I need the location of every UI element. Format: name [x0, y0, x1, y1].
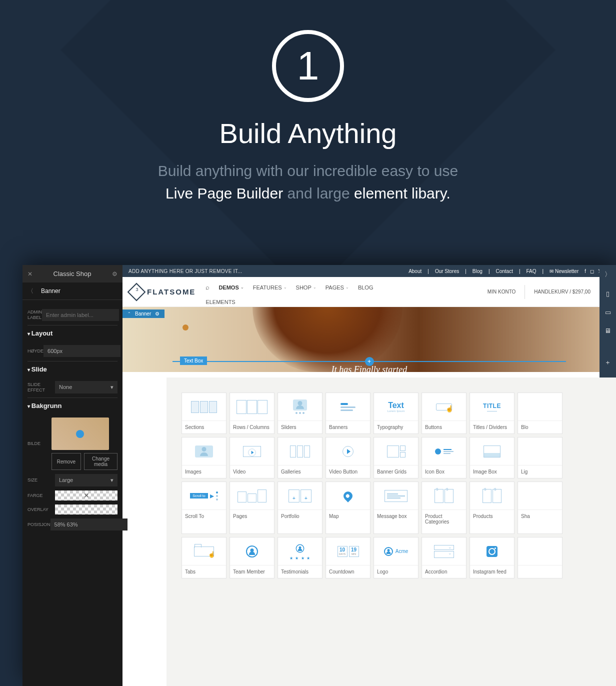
account-link[interactable]: MIN KONTO — [488, 289, 516, 294]
size-select[interactable]: Large▾ — [55, 474, 118, 486]
element-blockquote[interactable]: Blo — [518, 392, 562, 434]
element-banner-grids[interactable]: Banner Grids — [374, 437, 418, 478]
slide-effect-select[interactable]: None▾ — [55, 381, 118, 394]
element-portfolio[interactable]: Portfolio — [278, 482, 322, 534]
posisjon-input[interactable] — [50, 518, 128, 530]
element-share[interactable]: Sha — [518, 482, 562, 534]
admin-label-input[interactable] — [42, 309, 119, 321]
map-pin-icon — [342, 490, 354, 502]
hand-pointer-icon: ☝ — [446, 405, 454, 412]
topbar-link[interactable]: About — [408, 268, 422, 274]
nav-pages[interactable]: PAGES⌄ — [326, 284, 349, 290]
nav-blog[interactable]: BLOG — [358, 284, 374, 290]
decor-nail — [182, 324, 188, 330]
element-icon-box[interactable]: Icon Box — [422, 437, 466, 478]
search-icon[interactable]: ⌕ — [206, 284, 210, 291]
element-message-box[interactable]: Message box — [374, 482, 418, 534]
newsletter-link[interactable]: ✉ Newsletter — [550, 268, 578, 274]
overlay-swatch[interactable] — [55, 504, 118, 514]
textbox-tag[interactable]: Text Box — [180, 356, 207, 365]
change-media-button[interactable]: Change media — [84, 453, 118, 470]
gear-icon[interactable]: ⚙ — [112, 270, 118, 278]
main-nav: ⌕ DEMOS⌄ FEATURES⌄ SHOP⌄ PAGES⌄ BLOG ELE… — [206, 278, 487, 305]
element-products[interactable]: Products — [470, 482, 514, 534]
farge-label: FARGE — [28, 493, 55, 498]
builder-window: ✕ Classic Shop ⚙ 〈 Banner ADMIN LABEL La… — [22, 265, 616, 686]
breadcrumb[interactable]: 〈 Banner — [22, 282, 122, 300]
farge-swatch[interactable] — [55, 490, 118, 500]
slide-effect-label: SLIDE EFFECT — [28, 382, 55, 393]
posisjon-label: POSISJON — [28, 522, 50, 528]
element-galleries[interactable]: Galleries — [278, 437, 322, 478]
element-logo[interactable]: AcmeLogo — [374, 537, 418, 578]
facebook-icon[interactable]: f — [584, 268, 586, 274]
topbar-link[interactable]: FAQ — [526, 268, 536, 274]
nav-demos[interactable]: DEMOS⌄ — [218, 284, 244, 290]
decor-hair — [252, 307, 402, 372]
nav-features[interactable]: FEATURES⌄ — [253, 284, 287, 290]
element-video-button[interactable]: Video Button — [326, 437, 370, 478]
chevron-right-icon[interactable]: 〉 — [604, 270, 611, 279]
site-logo[interactable]: FLATSOME — [130, 286, 196, 298]
mobile-icon[interactable]: ▯ — [606, 290, 610, 298]
banner-tag[interactable]: ⌃ Banner ⚙ — [122, 310, 164, 318]
logo-mark-icon — [128, 282, 146, 301]
overlay-label: OVERLAY — [28, 507, 55, 512]
element-video[interactable]: Video — [230, 437, 274, 478]
element-image-box[interactable]: Image Box — [470, 437, 514, 478]
instagram-icon — [486, 546, 498, 557]
element-countdown[interactable]: 10DAYS19MINCountdown — [326, 537, 370, 578]
section-slide[interactable]: Slide — [28, 361, 118, 377]
image-thumbnail[interactable] — [52, 418, 109, 450]
topbar-link[interactable]: Contact — [496, 268, 512, 274]
remove-button[interactable]: Remove — [52, 453, 81, 470]
element-testimonials[interactable]: ★ ★ ★ ★Testimonials — [278, 537, 322, 578]
element-team-member[interactable]: Team Member — [230, 537, 274, 578]
chevron-up-icon[interactable]: ⌃ — [128, 312, 131, 316]
element-tabs[interactable]: ☝Tabs — [182, 537, 226, 578]
nav-shop[interactable]: SHOP⌄ — [296, 284, 316, 290]
hero-section: 1 Build Anything Build anything with our… — [0, 0, 616, 204]
bilde-label: BILDE — [28, 441, 52, 446]
element-sections[interactable]: Sections — [182, 392, 226, 434]
nav-elements[interactable]: ELEMENTS — [206, 299, 487, 305]
banner-caption: It has Finally started — [332, 364, 408, 372]
desktop-icon[interactable]: 🖥 — [604, 327, 611, 334]
element-sliders[interactable]: Sliders — [278, 392, 322, 434]
topbar-link[interactable]: Blog — [472, 268, 482, 274]
instagram-icon[interactable]: ◻ — [590, 268, 594, 274]
element-pages[interactable]: Pages — [230, 482, 274, 534]
element-lightbox[interactable]: Lig — [518, 437, 562, 478]
close-icon[interactable]: ✕ — [28, 270, 32, 278]
divider — [524, 285, 525, 299]
element-accordion[interactable]: Accordion — [422, 537, 466, 578]
element-typography[interactable]: TextLorem IpsumTypography — [374, 392, 418, 434]
element-banners[interactable]: Banners — [326, 392, 370, 434]
topbar-link[interactable]: Our Stores — [435, 268, 459, 274]
element-product-categories[interactable]: Product Categories — [422, 482, 466, 534]
hoyde-input[interactable] — [44, 345, 120, 357]
element-images[interactable]: Images — [182, 437, 226, 478]
element-map[interactable]: Map — [326, 482, 370, 534]
plus-icon[interactable]: ＋ — [604, 358, 611, 367]
section-bakgrunn[interactable]: Bakgrunn — [28, 398, 118, 414]
sidebar-title: Classic Shop — [54, 270, 92, 278]
settings-sidebar: ✕ Classic Shop ⚙ 〈 Banner ADMIN LABEL La… — [22, 265, 122, 686]
sidebar-header: ✕ Classic Shop ⚙ — [22, 265, 122, 282]
element-instagram-feed[interactable]: Instagram feed — [470, 537, 514, 578]
element-scroll-to[interactable]: Scroll to▸Scroll To — [182, 482, 226, 534]
hoyde-label: HØYDE — [28, 348, 44, 354]
hand-pointer-icon: ☝ — [208, 551, 216, 558]
element-buttons[interactable]: ☝Buttons — [422, 392, 466, 434]
tablet-icon[interactable]: ▭ — [605, 308, 611, 316]
step-number-circle: 1 — [272, 30, 344, 102]
element-more[interactable] — [518, 537, 562, 578]
element-rows-columns[interactable]: Rows / Columns — [230, 392, 274, 434]
section-layout[interactable]: Layout — [28, 325, 118, 341]
gear-icon[interactable]: ⚙ — [155, 311, 160, 316]
cart-label[interactable]: HANDLEKURV / $297,00 — [534, 289, 590, 294]
chevron-left-icon[interactable]: 〈 — [28, 287, 34, 296]
topbar-message: ADD ANYTHING HERE OR JUST REMOVE IT... — [128, 268, 242, 274]
element-titles-dividers[interactable]: TITLETitles / Dividers — [470, 392, 514, 434]
element-library: Sections Rows / Columns Sliders Banners … — [166, 378, 616, 686]
